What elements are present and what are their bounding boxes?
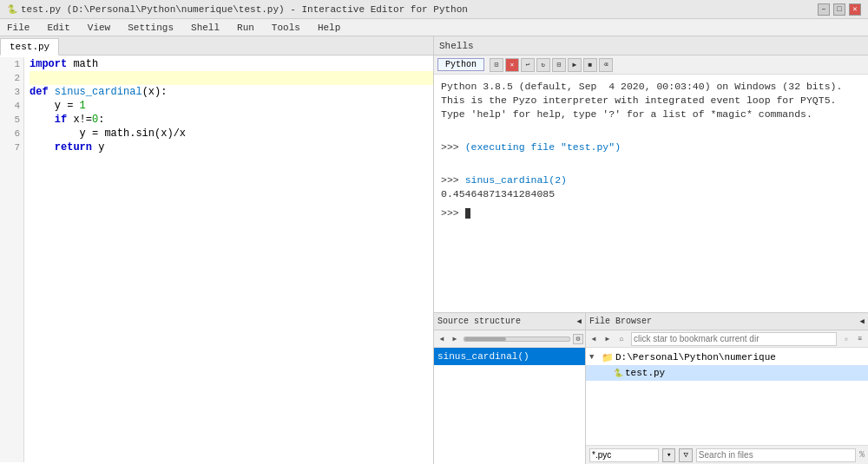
code-line-7: return y	[30, 141, 433, 154]
title-bar: 🐍 test.py (D:\Personal\Python\numerique\…	[0, 0, 868, 19]
source-item-sinus-cardinal[interactable]: sinus_cardinal()	[434, 348, 585, 365]
shell-prompt-line: >>>	[441, 206, 861, 220]
code-line-1: import math	[30, 57, 433, 71]
shell-startup-line2: This is the Pyzo interpreter with integr…	[441, 94, 861, 108]
shell-startup-line1: Python 3.8.5 (default, Sep 4 2020, 00:03…	[441, 80, 861, 94]
fb-search-input[interactable]	[696, 448, 856, 462]
menu-bar: File Edit View Settings Shell Run Tools …	[0, 19, 868, 36]
fb-bookmark-input[interactable]	[631, 332, 837, 346]
file-label: test.py	[625, 368, 665, 378]
file-browser-footer: ▾ ▽ %	[586, 445, 868, 464]
main-container: test.py 1 2 3 4 5 6 7 import math def si…	[0, 36, 868, 464]
editor-panel: test.py 1 2 3 4 5 6 7 import math def si…	[0, 36, 434, 464]
file-browser-header: File Browser ◀	[586, 313, 868, 330]
ss-nav-fwd[interactable]: ▶	[449, 333, 461, 345]
source-structure-toolbar: ◀ ▶ ⚙	[434, 330, 585, 348]
line-numbers: 1 2 3 4 5 6 7	[0, 57, 24, 462]
source-structure-header: Source structure ◀	[434, 313, 585, 330]
source-structure-label: Source structure	[437, 317, 521, 326]
fb-nav-back[interactable]: ◀	[588, 333, 600, 345]
code-line-5: if x!=0:	[30, 113, 433, 127]
menu-file[interactable]: File	[3, 21, 33, 35]
source-structure-collapse-icon[interactable]: ◀	[577, 317, 582, 326]
ss-settings[interactable]: ⚙	[573, 334, 583, 344]
shell-btn-7[interactable]: ■	[583, 58, 597, 72]
close-button[interactable]: ✕	[849, 3, 861, 16]
folder-icon: 📁	[602, 352, 614, 363]
shell-startup-line3: Type 'help' for help, type '?' for a lis…	[441, 108, 861, 121]
editor-tab-bar: test.py	[0, 36, 433, 56]
shell-blank-2	[441, 160, 861, 173]
code-line-3: def sinus_cardinal(x):	[30, 85, 433, 99]
ss-nav-back[interactable]: ◀	[436, 333, 448, 345]
shell-output[interactable]: Python 3.8.5 (default, Sep 4 2020, 00:03…	[434, 75, 868, 312]
file-expand-placeholder	[602, 369, 612, 377]
menu-view[interactable]: View	[84, 21, 114, 35]
fb-star-icon[interactable]: ☆	[840, 333, 852, 345]
file-tree-test-py[interactable]: 🐍 test.py	[586, 365, 868, 381]
code-area: 1 2 3 4 5 6 7 import math def sinus_card…	[0, 57, 433, 462]
shell-btn-6[interactable]: ▶	[568, 58, 582, 72]
file-browser-panel: File Browser ◀ ◀ ▶ ⌂ ☆ ≡ ▼ 📁 D:\Personal…	[586, 313, 868, 464]
menu-run[interactable]: Run	[233, 21, 258, 35]
source-structure-list: sinus_cardinal()	[434, 348, 585, 464]
source-item-label: sinus_cardinal()	[437, 351, 529, 362]
menu-settings[interactable]: Settings	[124, 21, 177, 35]
fb-search-pct: %	[859, 450, 865, 460]
fb-filter-btn[interactable]: ▾	[662, 448, 675, 462]
code-line-6: y = math.sin(x)/x	[30, 127, 433, 141]
fb-nav-fwd[interactable]: ▶	[602, 333, 614, 345]
shell-btn-5[interactable]: ⊟	[552, 58, 566, 72]
shell-toolbar: Python ⊡ ✕ ↩ ↻ ⊟ ▶ ■ ⌫	[434, 56, 868, 75]
code-line-4: y = 1	[30, 99, 433, 113]
fb-filter-input[interactable]	[589, 448, 659, 462]
shell-result-line: 0.45464871341284085	[441, 187, 861, 201]
file-tree: ▼ 📁 D:\Personal\Python\numerique 🐍 test.…	[586, 348, 868, 445]
menu-edit[interactable]: Edit	[43, 21, 73, 35]
shell-btn-2[interactable]: ✕	[505, 58, 519, 72]
maximize-button[interactable]: □	[833, 3, 845, 16]
window-title: test.py (D:\Personal\Python\numerique\te…	[21, 4, 468, 15]
file-tree-root-folder[interactable]: ▼ 📁 D:\Personal\Python\numerique	[586, 350, 868, 365]
bottom-panels: Source structure ◀ ◀ ▶ ⚙ sinus_cardinal(…	[434, 312, 868, 464]
menu-tools[interactable]: Tools	[268, 21, 304, 35]
file-browser-toolbar: ◀ ▶ ⌂ ☆ ≡	[586, 330, 868, 348]
shell-executing-line: >>> (executing file "test.py")	[441, 141, 861, 154]
menu-shell[interactable]: Shell	[187, 21, 223, 35]
shell-btn-3[interactable]: ↩	[521, 58, 535, 72]
shell-blank-1	[441, 127, 861, 141]
app-icon: 🐍	[7, 4, 17, 15]
editor-tab-test-py[interactable]: test.py	[0, 38, 59, 56]
shell-btn-1[interactable]: ⊡	[490, 58, 503, 72]
shell-btn-8[interactable]: ⌫	[599, 58, 613, 72]
shell-btn-4[interactable]: ↻	[536, 58, 550, 72]
file-browser-label: File Browser	[589, 317, 652, 326]
minimize-button[interactable]: –	[818, 3, 830, 16]
file-py-icon: 🐍	[614, 369, 623, 378]
source-structure-panel: Source structure ◀ ◀ ▶ ⚙ sinus_cardinal(…	[434, 313, 586, 464]
fb-settings[interactable]: ≡	[854, 333, 866, 345]
code-lines[interactable]: import math def sinus_cardinal(x): y = 1…	[24, 57, 433, 462]
menu-help[interactable]: Help	[314, 21, 344, 35]
file-browser-collapse-icon[interactable]: ◀	[860, 317, 865, 326]
shells-label: Shells	[439, 41, 474, 51]
editor-content[interactable]: 1 2 3 4 5 6 7 import math def sinus_card…	[0, 56, 433, 464]
right-panel: Shells Python ⊡ ✕ ↩ ↻ ⊟ ▶ ■ ⌫ Python 3.8…	[434, 36, 868, 464]
fb-home[interactable]: ⌂	[615, 333, 628, 345]
shell-call-line: >>> sinus_cardinal(2)	[441, 173, 861, 187]
code-line-2	[30, 71, 433, 85]
editor-tab-label: test.py	[10, 42, 49, 52]
fb-filter-icon[interactable]: ▽	[679, 448, 692, 462]
window-controls: – □ ✕	[818, 3, 861, 16]
folder-expand-icon: ▼	[589, 353, 600, 362]
folder-label: D:\Personal\Python\numerique	[615, 352, 776, 363]
title-bar-left: 🐍 test.py (D:\Personal\Python\numerique\…	[7, 4, 468, 15]
shells-header: Shells	[434, 36, 868, 56]
python-shell-tab[interactable]: Python	[437, 58, 484, 71]
